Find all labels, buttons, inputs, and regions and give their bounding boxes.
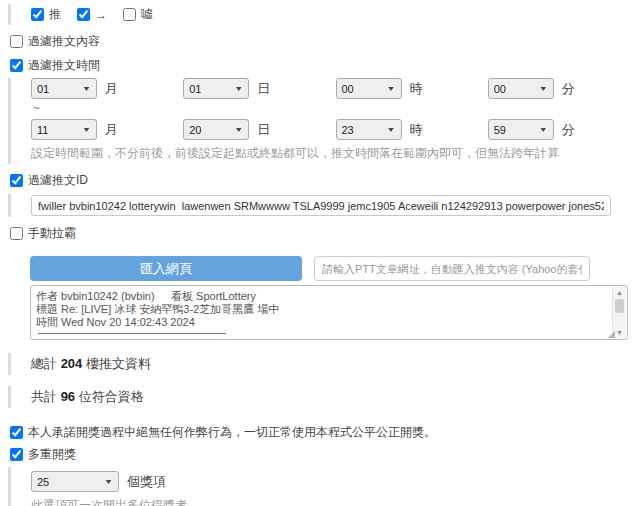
content-filter-label: 過濾推文內容 [28,33,100,50]
arrow-checkbox[interactable] [77,8,90,21]
day-unit: 日 [257,80,270,98]
chevron-down-icon: ▼ [82,85,91,93]
to-hour-value: 23 [342,124,354,136]
chevron-down-icon: ▼ [539,126,548,134]
time-filter-row: 過濾推文時間 [10,57,640,74]
minute-unit: 分 [562,80,575,98]
total-comments-stat: 總計 204 樓推文資料 [8,353,640,375]
pledge-checkbox[interactable] [10,426,23,439]
push-label: 推 [49,6,61,23]
prize-count-note: 此選項可一次開出多位得獎者 [31,497,640,506]
prize-count-value: 25 [37,476,49,488]
total-count: 204 [61,356,83,371]
board-value: SportLottery [196,290,256,302]
article-url-input[interactable] [314,256,590,281]
day-unit: 日 [257,121,270,139]
chevron-down-icon: ▼ [234,85,243,93]
from-month-select[interactable]: 01 ▼ [31,78,97,99]
from-month-value: 01 [37,83,49,95]
chevron-down-icon: ▼ [539,85,548,93]
arrow-label: → [95,8,107,22]
manual-mode-label: 手動拉霸 [28,225,76,242]
boo-label: 噓 [141,6,153,23]
to-minute-select[interactable]: 59 ▼ [488,119,554,140]
to-month-value: 11 [37,124,48,136]
from-hour-value: 00 [342,83,354,95]
id-filter-block [8,194,640,217]
qualified-stat: 共計 96 位符合資格 [8,386,640,408]
article-content-textarea[interactable]: 作者 bvbin10242 (bvbin) 看板 SportLottery 標題… [30,285,628,340]
board-label: 看板 [171,290,193,302]
prize-count-select[interactable]: 25 ▼ [31,471,119,492]
qualified-prefix: 共計 [31,389,57,404]
month-unit: 月 [105,121,118,139]
clipped-article-line: Re: [LIVE] 冰球 安納罕鴨3-2芝加哥黑鷹 場中 [36,338,611,340]
id-filter-row: 過濾推文ID [10,172,640,189]
time-label: 時間 [36,316,58,328]
time-filter-checkbox[interactable] [10,59,23,72]
chevron-down-icon: ▼ [104,478,113,486]
time-range-block: 01 ▼ 月 01 ▼ 日 00 ▼ 時 [8,78,640,164]
qualified-count: 96 [61,389,75,404]
author-value: bvbin10242 (bvbin) [61,290,155,302]
qualified-suffix: 位符合資格 [79,389,144,404]
import-section: 匯入網頁 [30,256,640,281]
minute-unit: 分 [562,121,575,139]
push-type-filter: 推 → 噓 [8,4,640,25]
prize-count-block: 25 ▼ 個獎項 此選項可一次開出多位得獎者 [8,467,640,506]
boo-checkbox[interactable] [123,8,136,21]
id-filter-label: 過濾推文ID [28,172,88,189]
multi-draw-checkbox[interactable] [10,448,23,461]
chevron-down-icon: ▼ [82,126,91,134]
id-filter-checkbox[interactable] [10,174,23,187]
scrollbar-thumb[interactable] [615,299,624,313]
chevron-down-icon: ▼ [387,85,396,93]
textarea-resize-handle[interactable] [608,331,615,338]
month-unit: 月 [105,80,118,98]
title-value: Re: [LIVE] 冰球 安納罕鴨3-2芝加哥黑鷹 場中 [61,303,279,315]
multi-draw-label: 多重開獎 [28,446,76,463]
prize-unit-label: 個獎項 [127,473,166,491]
chevron-down-icon: ▼ [387,126,396,134]
pledge-label: 本人承諾開獎過程中絕無任何作弊行為，一切正常使用本程式公平公正開獎。 [28,424,436,441]
to-day-select[interactable]: 20 ▼ [183,119,249,140]
pledge-row: 本人承諾開獎過程中絕無任何作弊行為，一切正常使用本程式公平公正開獎。 [10,424,640,441]
from-day-select[interactable]: 01 ▼ [183,78,249,99]
to-month-select[interactable]: 11 ▼ [31,119,97,140]
push-checkbox[interactable] [31,8,44,21]
from-hour-select[interactable]: 00 ▼ [336,78,402,99]
to-day-value: 20 [189,124,201,136]
from-minute-select[interactable]: 00 ▼ [488,78,554,99]
hour-unit: 時 [410,80,423,98]
manual-mode-checkbox[interactable] [10,227,23,240]
time-value: Wed Nov 20 14:02:43 2024 [61,316,195,328]
time-filter-label: 過濾推文時間 [28,57,100,74]
to-hour-select[interactable]: 23 ▼ [336,119,402,140]
time-range-note: 設定時間範圍，不分前後，前後設定起點或終點都可以，推文時間落在範圍內即可，但無法… [31,145,640,162]
import-page-button[interactable]: 匯入網頁 [30,256,302,281]
hour-unit: 時 [410,121,423,139]
from-minute-value: 00 [494,83,506,95]
title-label: 標題 [36,303,58,315]
total-prefix: 總計 [31,356,57,371]
from-day-value: 01 [189,83,201,95]
range-tilde: ~ [33,101,640,115]
content-filter-checkbox[interactable] [10,35,23,48]
multi-draw-row: 多重開獎 [10,446,640,463]
ptt-lottery-app: 推 → 噓 過濾推文內容 過濾推文時間 01 ▼ 月 01 [0,4,640,506]
manual-mode-row: 手動拉霸 [10,225,640,242]
content-filter-row: 過濾推文內容 [10,33,640,50]
chevron-down-icon: ▼ [234,126,243,134]
total-suffix: 樓推文資料 [86,356,151,371]
article-divider [38,333,226,334]
scroll-up-icon[interactable]: ▲ [613,287,626,298]
to-minute-value: 59 [494,124,506,136]
id-filter-input[interactable] [31,195,611,216]
author-label: 作者 [36,290,58,302]
